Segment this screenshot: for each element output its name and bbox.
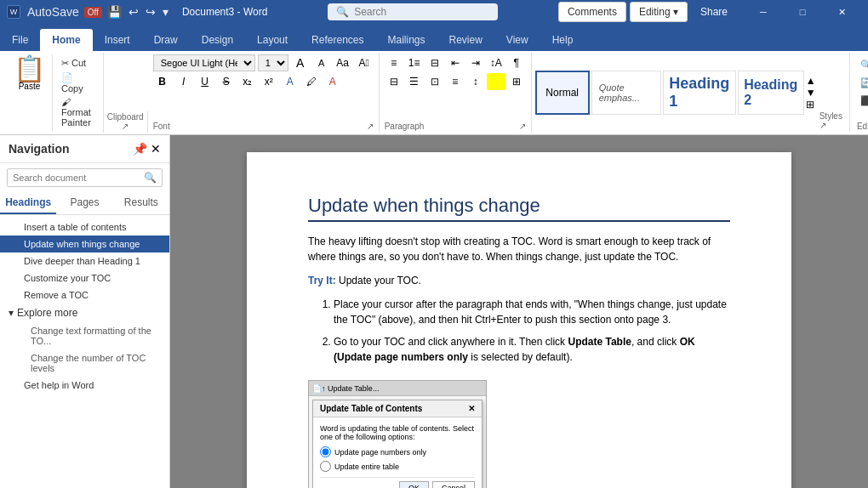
nav-item-get-help[interactable]: Get help in Word — [0, 377, 169, 394]
nav-search-input[interactable] — [13, 173, 140, 183]
paste-button[interactable]: 📋 Paste — [7, 54, 53, 131]
search-input[interactable] — [354, 6, 473, 18]
nav-tab-results[interactable]: Results — [113, 192, 169, 214]
autosave-toggle[interactable]: Off — [84, 7, 102, 18]
doc-list-item: Place your cursor after the paragraph th… — [334, 297, 730, 327]
nav-item-change-format[interactable]: Change text formatting of the TO... — [0, 322, 169, 349]
find-button[interactable]: 🔍 Find ▾ — [857, 58, 868, 72]
text-highlight-button[interactable]: 🖊 — [302, 73, 321, 90]
tab-view[interactable]: View — [494, 29, 540, 51]
align-right-button[interactable]: ⊡ — [425, 73, 444, 90]
nav-tab-headings[interactable]: Headings — [0, 192, 56, 214]
format-painter-button[interactable]: 🖌 Format Painter — [56, 95, 96, 129]
tab-draw[interactable]: Draw — [142, 29, 190, 51]
replace-button[interactable]: 🔄 Replace — [857, 76, 868, 90]
doc-dialog-radio-1[interactable] — [320, 446, 331, 457]
show-formatting-button[interactable]: ¶ — [507, 54, 526, 71]
close-button[interactable]: ✕ — [822, 0, 861, 24]
clear-format-button[interactable]: A⃝ — [355, 54, 374, 71]
change-case-button[interactable]: Aa — [334, 54, 352, 71]
nav-tab-pages[interactable]: Pages — [56, 192, 112, 214]
undo-button[interactable]: ↩ — [127, 3, 140, 20]
paste-icon: 📋 — [14, 56, 45, 82]
nav-item-change-levels[interactable]: Change the number of TOC levels — [0, 349, 169, 377]
underline-button[interactable]: U — [196, 73, 214, 90]
editing-button[interactable]: Editing ▾ — [630, 2, 688, 22]
strikethrough-button[interactable]: S — [217, 73, 236, 90]
subscript-button[interactable]: x₂ — [238, 73, 257, 90]
styles-scroll-buttons[interactable]: ▲ ▼ ⊞ — [806, 75, 816, 111]
styles-scroll-up[interactable]: ▲ — [806, 75, 816, 87]
save-button[interactable]: 💾 — [106, 3, 123, 20]
doc-dialog-close[interactable]: ✕ — [468, 404, 475, 413]
shrink-font-button[interactable]: A — [312, 54, 331, 71]
tab-layout[interactable]: Layout — [245, 29, 300, 51]
copy-button[interactable]: 📄 Copy — [56, 71, 96, 95]
style-heading1[interactable]: Heading 1 — [663, 71, 736, 115]
nav-item-customize[interactable]: Customize your TOC — [0, 270, 169, 287]
superscript-button[interactable]: x² — [260, 73, 278, 90]
nav-item-remove[interactable]: Remove a TOC — [0, 287, 169, 304]
tab-insert[interactable]: Insert — [93, 29, 142, 51]
shading-button[interactable] — [487, 73, 505, 90]
doc-dialog-option-1[interactable]: Update page numbers only — [320, 446, 475, 457]
doc-dialog-cancel-button[interactable]: Cancel — [432, 481, 475, 488]
nav-search[interactable]: 🔍 — [7, 168, 163, 187]
decrease-indent-button[interactable]: ⇤ — [446, 54, 465, 71]
share-button[interactable]: Share — [691, 2, 737, 22]
nav-item-dive-deeper[interactable]: Dive deeper than Heading 1 — [0, 253, 169, 270]
style-heading2[interactable]: Heading 2 — [738, 71, 804, 115]
multilevel-list-button[interactable]: ⊟ — [425, 54, 444, 71]
align-center-button[interactable]: ☰ — [405, 73, 424, 90]
nav-item-insert-toc[interactable]: Insert a table of contents — [0, 218, 169, 235]
styles-scroll-down[interactable]: ▼ — [806, 87, 816, 99]
bold-button[interactable]: B — [153, 73, 172, 90]
tab-mailings[interactable]: Mailings — [375, 29, 437, 51]
cut-button[interactable]: ✂ Cut — [56, 56, 96, 71]
sort-button[interactable]: ↕A — [487, 54, 505, 71]
doc-dialog-option-2[interactable]: Update entire table — [320, 461, 475, 472]
font-family-select[interactable]: Segoe UI Light (Heac... — [153, 54, 255, 71]
customize-qa[interactable]: ▾ — [161, 3, 170, 20]
nav-close-button[interactable]: ✕ — [151, 142, 161, 156]
nav-item-update[interactable]: Update when things change — [0, 235, 169, 253]
align-left-button[interactable]: ⊟ — [385, 73, 403, 90]
font-dialog-launcher[interactable]: ↗ — [367, 122, 374, 131]
clipboard-dialog-launcher[interactable]: ↗ — [122, 122, 128, 131]
style-normal[interactable]: Normal — [535, 71, 590, 115]
tab-home[interactable]: Home — [40, 29, 92, 51]
line-spacing-button[interactable]: ↕ — [466, 73, 485, 90]
ribbon: File Home Insert Draw Design Layout Refe… — [0, 24, 868, 51]
doc-dialog-ok-button[interactable]: OK — [399, 481, 429, 488]
clipboard-sub-buttons: ✂ Cut 📄 Copy 🖌 Format Painter — [53, 54, 100, 131]
redo-button[interactable]: ↪ — [144, 3, 157, 20]
select-button[interactable]: ⬛ Select ▾ — [857, 94, 868, 108]
text-effect-button[interactable]: A — [281, 73, 300, 90]
justify-button[interactable]: ≡ — [446, 73, 465, 90]
font-size-select[interactable]: 16 — [258, 54, 288, 71]
comments-button[interactable]: Comments — [558, 2, 626, 22]
document-area[interactable]: Update when things change The heavy lift… — [170, 135, 868, 488]
styles-dialog-launcher[interactable]: ↗ — [819, 121, 826, 130]
tab-review[interactable]: Review — [437, 29, 494, 51]
styles-expand[interactable]: ⊞ — [806, 99, 816, 111]
nav-pin-button[interactable]: 📌 — [133, 142, 147, 156]
italic-button[interactable]: I — [174, 73, 193, 90]
paragraph-dialog-launcher[interactable]: ↗ — [519, 122, 526, 131]
nav-item-explore[interactable]: ▾ Explore more — [0, 304, 169, 322]
tab-help[interactable]: Help — [540, 29, 585, 51]
style-quote[interactable]: Quote emphas... — [591, 71, 661, 115]
maximize-button[interactable]: □ — [783, 0, 822, 24]
font-color-button[interactable]: A — [323, 73, 342, 90]
minimize-button[interactable]: ─ — [744, 0, 783, 24]
tab-file[interactable]: File — [0, 29, 40, 51]
numbered-list-button[interactable]: 1≡ — [405, 54, 424, 71]
tab-references[interactable]: References — [300, 29, 375, 51]
borders-button[interactable]: ⊞ — [507, 73, 526, 90]
bullet-list-button[interactable]: ≡ — [385, 54, 403, 71]
grow-font-button[interactable]: A — [291, 54, 310, 71]
increase-indent-button[interactable]: ⇥ — [466, 54, 485, 71]
tab-design[interactable]: Design — [190, 29, 245, 51]
search-bar[interactable]: 🔍 — [328, 3, 498, 20]
doc-dialog-radio-2[interactable] — [320, 461, 331, 472]
